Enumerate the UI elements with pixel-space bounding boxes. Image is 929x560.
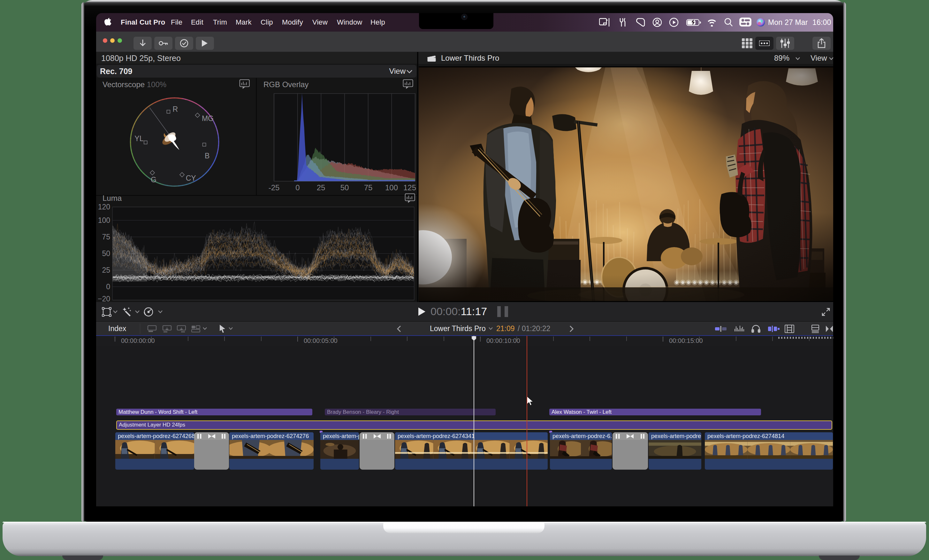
svg-text:25: 25 [102,266,110,274]
svg-text:CY: CY [186,174,196,182]
svg-text:MG: MG [202,114,214,122]
svg-text:50: 50 [340,183,349,192]
svg-text:0: 0 [106,283,110,291]
svg-text:120: 120 [98,203,110,211]
svg-text:G: G [151,176,156,184]
svg-text:YL: YL [135,135,143,143]
svg-text:0: 0 [295,183,300,192]
svg-text:75: 75 [102,233,110,241]
svg-text:100: 100 [98,216,110,225]
svg-text:25: 25 [317,183,325,192]
svg-text:125: 125 [403,183,416,192]
svg-text:50: 50 [102,249,110,258]
svg-text:-25: -25 [268,183,280,192]
svg-text:−20: −20 [98,295,110,302]
svg-text:R: R [173,105,178,113]
svg-text:B: B [205,151,210,160]
svg-text:100: 100 [385,183,398,192]
svg-text:75: 75 [364,183,373,192]
